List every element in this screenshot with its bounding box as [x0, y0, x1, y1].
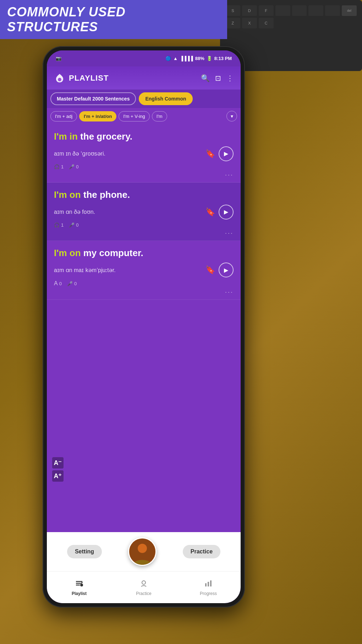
camera-icon: 📷	[56, 56, 61, 61]
sentence-3-listen: A 0	[54, 280, 62, 287]
sentence-2-play[interactable]: ▶	[219, 205, 234, 220]
app-title: PLAYLIST	[69, 74, 197, 83]
sentence-1-text: I'm in the grocery.	[54, 131, 234, 143]
time: 8:13 PM	[214, 56, 232, 61]
progress-nav-icon	[204, 579, 213, 590]
sentence-3-text: I'm on my computer.	[54, 247, 234, 259]
sentence-2-listen: 🎧 1	[54, 222, 64, 228]
sentence-1-listen: 🎧 1	[54, 164, 64, 169]
setting-button[interactable]: Setting	[67, 545, 102, 558]
search-icon[interactable]: 🔍	[201, 74, 210, 82]
sentence-1-more[interactable]: ···	[54, 171, 234, 179]
center-avatar[interactable]	[128, 537, 157, 566]
status-bar: 📷 🔵 ▲ ▐▐▐▐ 88% 🔋 8:13 PM	[47, 50, 241, 66]
svg-rect-12	[210, 580, 212, 586]
sentence-1-meta: 🎧 1 🎤 0	[54, 164, 234, 169]
svg-point-0	[58, 78, 61, 81]
nav-playlist-label: Playlist	[72, 591, 87, 596]
header-icons: 🔍 ⊡ ⋮	[201, 74, 234, 82]
svg-rect-11	[208, 582, 209, 586]
playlist-nav-icon	[75, 579, 83, 590]
svg-rect-10	[205, 583, 207, 586]
sentence-2-suffix: the phone.	[83, 189, 130, 200]
bluetooth-icon: 🔵	[165, 56, 171, 61]
sentence-2-prefix: I'm on	[54, 189, 81, 200]
font-increase-button[interactable]: A⁺	[52, 470, 64, 482]
sentence-1-bookmark[interactable]: 🔖	[205, 149, 215, 158]
nav-progress[interactable]: Progress	[176, 579, 241, 596]
sentence-2-speak: 🎤 0	[69, 222, 78, 228]
sentence-3-prefix: I'm on	[54, 248, 81, 258]
sentence-3-bookmark[interactable]: 🔖	[205, 265, 215, 275]
sentence-3-meta: A 0 🎤 0	[54, 280, 234, 287]
mic-icon-2: 🎤	[69, 222, 75, 228]
nav-progress-label: Progress	[200, 591, 217, 596]
headphone-icon-2: 🎧	[54, 222, 60, 228]
svg-point-2	[138, 544, 147, 553]
headphone-icon-3: A	[54, 280, 58, 287]
font-decrease-button[interactable]: A⁻	[52, 457, 64, 469]
sentence-3-suffix: my computer.	[83, 248, 143, 258]
svg-line-8	[82, 582, 83, 583]
playlist-tab-english[interactable]: English Common	[139, 92, 192, 105]
svg-point-9	[142, 581, 146, 584]
expand-icon[interactable]: ⊡	[215, 74, 221, 82]
sentence-1-row: aɪm ɪn ðə ˈɡroʊsəri. 🔖 ▶	[54, 146, 234, 161]
sentence-3-actions: 🔖 ▶	[205, 263, 234, 277]
bottom-nav: Playlist Practice	[47, 571, 241, 603]
sentence-3-speak: 🎤 0	[67, 281, 77, 286]
sentence-card-2: I'm on the phone. aɪm ɑn ðə foʊn. 🔖 ▶ 🎧 …	[47, 183, 241, 241]
filter-tab-im[interactable]: I'm	[152, 111, 167, 121]
more-options-icon[interactable]: ⋮	[226, 74, 234, 82]
phone-screen: 📷 🔵 ▲ ▐▐▐▐ 88% 🔋 8:13 PM PLAYLIST 🔍 ⊡ ⋮	[47, 50, 241, 603]
font-controls: A⁻ A⁺	[52, 457, 64, 482]
filter-tab-inat[interactable]: I'm + in/at/on	[79, 111, 116, 121]
nav-playlist[interactable]: Playlist	[47, 579, 111, 596]
app-logo	[54, 72, 65, 84]
sentence-1-play[interactable]: ▶	[219, 146, 234, 161]
sentence-2-more[interactable]: ···	[54, 229, 234, 237]
wifi-icon: ▲	[173, 56, 178, 61]
sentence-2-bookmark[interactable]: 🔖	[205, 207, 215, 217]
filter-tab-adj[interactable]: I'm + adj	[50, 111, 77, 121]
mic-icon-3: 🎤	[67, 281, 73, 286]
playlist-tab-master[interactable]: Master Default 2000 Sentences	[50, 92, 136, 105]
sentence-card-1: I'm in the grocery. aɪm ɪn ðə ˈɡroʊsəri.…	[47, 124, 241, 183]
app-header: PLAYLIST 🔍 ⊡ ⋮	[47, 66, 241, 90]
sentence-2-actions: 🔖 ▶	[205, 205, 234, 220]
bottom-action-bar: Setting Practice	[47, 532, 241, 571]
sentence-3-play[interactable]: ▶	[219, 263, 234, 277]
svg-point-6	[80, 584, 83, 586]
sentence-2-phonetic: aɪm ɑn ðə foʊn.	[54, 209, 205, 215]
sentence-3-row: aɪm ɑn maɪ kəmˈpjuːtər. 🔖 ▶	[54, 263, 234, 277]
playlist-tabs: Master Default 2000 Sentences English Co…	[47, 90, 241, 108]
sentence-1-speak: 🎤 0	[69, 164, 78, 169]
headphone-icon: 🎧	[54, 164, 60, 169]
avatar-image	[129, 537, 155, 566]
battery-level: 88%	[195, 56, 204, 61]
practice-button[interactable]: Practice	[183, 545, 220, 558]
sentence-card-3: I'm on my computer. aɪm ɑn maɪ kəmˈpjuːt…	[47, 241, 241, 300]
sentence-2-text: I'm on the phone.	[54, 189, 234, 201]
sentence-2-row: aɪm ɑn ðə foʊn. 🔖 ▶	[54, 205, 234, 220]
nav-practice-label: Practice	[136, 591, 151, 596]
practice-nav-icon	[139, 579, 148, 590]
sentence-3-phonetic: aɪm ɑn maɪ kəmˈpjuːtər.	[54, 267, 205, 274]
filter-dropdown-button[interactable]: ▾	[226, 111, 237, 121]
filter-tab-ving[interactable]: I'm + V-ing	[119, 111, 149, 121]
status-right: 🔵 ▲ ▐▐▐▐ 88% 🔋 8:13 PM	[165, 56, 232, 61]
sentence-1-suffix: the grocery.	[80, 131, 132, 142]
top-banner: COMMONLY USED STRUCTURES	[0, 0, 227, 39]
banner-text: COMMONLY USED STRUCTURES	[7, 5, 220, 34]
sentence-1-actions: 🔖 ▶	[205, 146, 234, 161]
sentence-3-more[interactable]: ···	[54, 288, 234, 296]
nav-practice[interactable]: Practice	[111, 579, 176, 596]
filter-tabs: I'm + adj I'm + in/at/on I'm + V-ing I'm…	[47, 108, 241, 124]
sentences-area: I'm in the grocery. aɪm ɪn ðə ˈɡroʊsəri.…	[47, 124, 241, 553]
battery-icon: 🔋	[207, 56, 212, 61]
status-left: 📷	[56, 56, 61, 61]
phone-container: 📷 🔵 ▲ ▐▐▐▐ 88% 🔋 8:13 PM PLAYLIST 🔍 ⊡ ⋮	[43, 46, 245, 607]
sentence-1-prefix: I'm in	[54, 131, 78, 142]
sentence-1-phonetic: aɪm ɪn ðə ˈɡroʊsəri.	[54, 150, 205, 157]
mic-icon: 🎤	[69, 164, 75, 169]
